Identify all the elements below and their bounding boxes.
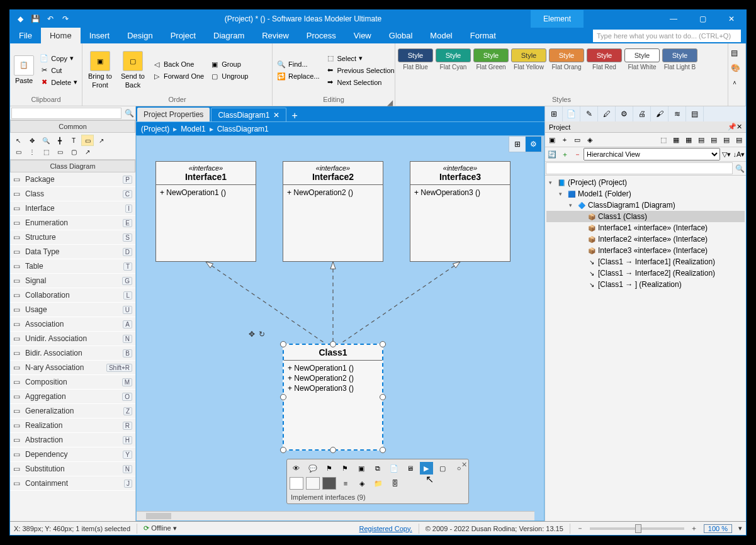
pt-8[interactable]: ▤ (695, 133, 708, 146)
rt-2[interactable]: 📄 (563, 106, 580, 121)
pt-2[interactable]: + (558, 133, 571, 146)
horizontal-scrollbar[interactable] (137, 511, 534, 520)
tool-association[interactable]: ▭AssociationA (10, 317, 135, 332)
tree-node[interactable]: ▾🔷ClassDiagram1 (Diagram) (546, 199, 745, 211)
sm-10[interactable]: ▢ (436, 462, 449, 475)
sm-8[interactable]: 🖥 (403, 462, 417, 475)
style-flat-red[interactable]: Style (587, 48, 622, 62)
style-flat-yellow[interactable]: Style (511, 48, 546, 62)
sm-db[interactable]: 🗄 (388, 477, 402, 490)
styles-gallery[interactable]: StyleFlat BlueStyleFlat CyanStyleFlat Gr… (398, 48, 725, 70)
rt-3[interactable]: ✎ (580, 106, 598, 121)
add-icon[interactable]: ＋ (558, 148, 571, 160)
tool-realization[interactable]: ▭RealizationR (10, 419, 135, 433)
pt-11[interactable]: ▤ (733, 133, 745, 146)
new-tab-button[interactable]: + (288, 110, 301, 121)
tool-aggregation[interactable]: ▭AggregationO (10, 390, 135, 404)
menu-model[interactable]: Model (421, 28, 461, 43)
rt-9[interactable]: ▤ (686, 106, 704, 121)
toolbox-header-common[interactable]: Common (10, 120, 135, 133)
popup-close-icon[interactable]: ✕ (461, 461, 467, 469)
zoom-dropdown-icon[interactable]: ▾ (738, 524, 742, 532)
interface-element[interactable]: «interface»Interface1+ NewOperation1 () (155, 161, 256, 262)
sm-implement[interactable]: ▶ (420, 462, 434, 475)
more-styles-icon[interactable]: ▤ (731, 48, 743, 57)
doc-tab[interactable]: Project Properties (137, 108, 210, 121)
tool-collaboration[interactable]: ▭CollaborationL (10, 288, 135, 303)
tool-e[interactable]: ▢ (67, 146, 80, 157)
diagram-canvas[interactable]: «interface»Interface1+ NewOperation1 ()«… (136, 135, 544, 521)
sm-6[interactable]: ⧉ (371, 462, 385, 475)
tool-f[interactable]: ↗ (81, 146, 94, 157)
ct-1[interactable]: ⊞ (509, 137, 526, 152)
interface-element[interactable]: «interface»Interface3+ NewOperation3 () (410, 161, 511, 262)
maximize-button[interactable]: ▢ (688, 10, 717, 28)
ribbon-search[interactable]: Type here what you want to do... (CTRL+Q… (593, 30, 741, 42)
menu-project[interactable]: Project (162, 28, 205, 43)
group-button[interactable]: ▣Group (208, 59, 250, 69)
search-icon[interactable]: 🔍 (123, 109, 135, 118)
zoom-slider[interactable] (590, 527, 684, 530)
sm-folder[interactable]: 📁 (371, 477, 385, 490)
pt-1[interactable]: ▣ (546, 133, 558, 146)
tool-substitution[interactable]: ▭SubstitutionN (10, 462, 135, 476)
style-flat-green[interactable]: Style (473, 48, 509, 62)
filter-icon[interactable]: ▽▾ (720, 148, 733, 160)
tool-generalization[interactable]: ▭GeneralizationZ (10, 404, 135, 419)
tool-abstraction[interactable]: ▭AbstractionH (10, 433, 135, 447)
menu-insert[interactable]: Insert (81, 28, 119, 43)
tree-node[interactable]: 📦Class1 (Class) (546, 211, 745, 222)
tool-b[interactable]: ⋮ (26, 146, 38, 157)
view-mode-select[interactable]: Hierarchical View (584, 148, 720, 160)
tree-node[interactable]: 📦Interface2 «interface» (Interface) (546, 233, 745, 245)
style-flat-white[interactable]: Style (624, 48, 660, 62)
delete-button[interactable]: ✖Delete ▾ (38, 77, 79, 87)
tool-interface[interactable]: ▭InterfaceI (10, 201, 135, 216)
tool-package[interactable]: ▭PackageP (10, 172, 135, 187)
pt-3[interactable]: ▭ (571, 133, 584, 146)
tool-a[interactable]: ▭ (12, 146, 25, 157)
menu-file[interactable]: File (10, 28, 41, 43)
tree-node[interactable]: ↘[Class1 → Interface1] (Realization) (546, 256, 745, 267)
search-icon[interactable]: 🔍 (733, 162, 746, 175)
tool-containment[interactable]: ▭ContainmentJ (10, 476, 135, 491)
menu-review[interactable]: Review (253, 28, 298, 43)
rt-8[interactable]: ≋ (669, 106, 686, 121)
menu-home[interactable]: Home (41, 28, 81, 43)
rt-5[interactable]: ⚙ (616, 106, 633, 121)
tree-node[interactable]: ↘[Class1 → ] (Realization) (546, 279, 745, 290)
doc-tab[interactable]: ClassDiagram1✕ (211, 108, 286, 121)
rotate-handle-icon[interactable]: ↻ (259, 330, 265, 339)
menu-design[interactable]: Design (118, 28, 161, 43)
apply-style-icon[interactable]: 🎨 (731, 64, 743, 72)
project-tree[interactable]: ▾📘(Project) (Project)▾🟦Model1 (Folder)▾🔷… (545, 176, 746, 521)
tree-node[interactable]: ▾🟦Model1 (Folder) (546, 188, 745, 199)
sort-icon[interactable]: ↓A▾ (733, 148, 745, 160)
tool-structure[interactable]: ▭StructureS (10, 230, 135, 245)
tool-table[interactable]: ▭TableT (10, 259, 135, 274)
breadcrumb-item[interactable]: (Project) (141, 125, 169, 133)
tab-close-icon[interactable]: ✕ (273, 111, 279, 120)
tool-bidir-association[interactable]: ▭Bidir. AssociationB (10, 346, 135, 361)
tool-signal[interactable]: ▭SignalG (10, 274, 135, 288)
send-back-button[interactable]: ▢Send to Back (118, 51, 148, 89)
undo-icon[interactable]: ↶ (45, 14, 55, 24)
menu-diagram[interactable]: Diagram (205, 28, 253, 43)
zoom-level[interactable]: 100 % (704, 524, 732, 533)
class-element[interactable]: Class1 + NewOperation1 ()+ NewOperation2… (283, 344, 383, 451)
hand-tool[interactable]: ✥ (26, 135, 38, 146)
menu-format[interactable]: Format (461, 28, 505, 43)
copy-button[interactable]: 📄Copy ▾ (38, 53, 79, 64)
tool-class[interactable]: ▭ClassC (10, 187, 135, 201)
menu-view[interactable]: View (345, 28, 380, 43)
replace-button[interactable]: 🔁Replace... (275, 71, 322, 81)
rt-6[interactable]: 🖨 (633, 106, 651, 121)
menu-global[interactable]: Global (380, 28, 422, 43)
pt-10[interactable]: ▤ (720, 133, 733, 146)
pan-tool[interactable]: ╋ (54, 135, 66, 146)
zoom-in-icon[interactable]: ＋ (691, 524, 697, 533)
pt-9[interactable]: ▤ (708, 133, 720, 146)
zoom-tool[interactable]: 🔍 (40, 135, 52, 146)
swatch-dark[interactable] (322, 477, 336, 490)
minimize-button[interactable]: — (659, 10, 688, 28)
